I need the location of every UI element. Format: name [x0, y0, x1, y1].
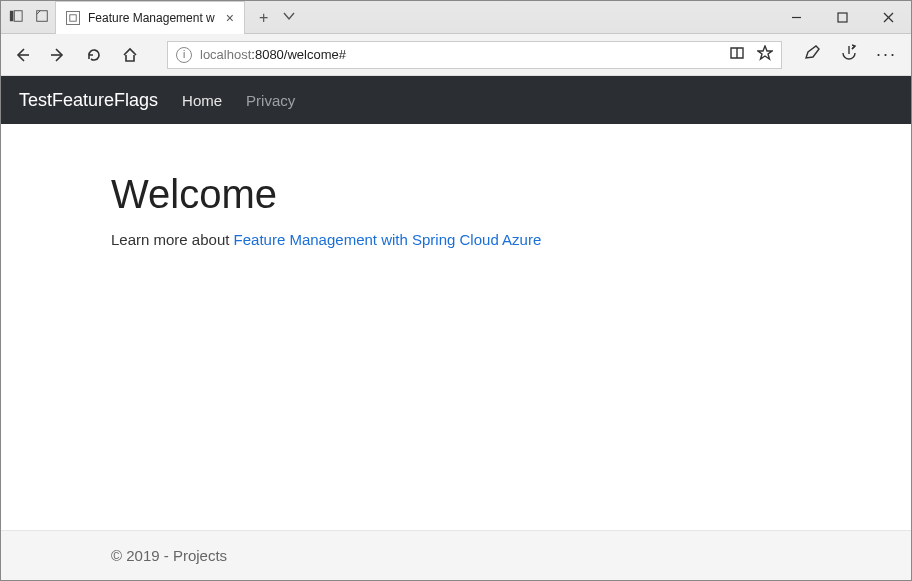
- site-navbar: TestFeatureFlags Home Privacy: [1, 76, 911, 124]
- page-content: Welcome Learn more about Feature Managem…: [1, 124, 911, 530]
- svg-rect-3: [70, 15, 76, 21]
- browser-toolbar: i localhost:8080/welcome# ···: [1, 34, 911, 76]
- address-path: :8080/welcome#: [251, 47, 346, 62]
- page-heading: Welcome: [111, 172, 801, 217]
- tab-favicon-icon: [66, 11, 80, 25]
- titlebar-left-controls: [1, 1, 49, 34]
- address-host: localhost: [200, 47, 251, 62]
- favorite-star-icon[interactable]: [757, 45, 773, 64]
- tabs-aside-icon[interactable]: [9, 9, 23, 26]
- site-brand[interactable]: TestFeatureFlags: [19, 90, 158, 111]
- new-tab-icon[interactable]: +: [259, 9, 268, 27]
- svg-rect-1: [14, 11, 22, 22]
- site-footer: © 2019 - Projects: [1, 530, 911, 580]
- tab-close-icon[interactable]: ×: [226, 10, 234, 26]
- refresh-button[interactable]: [83, 44, 105, 66]
- address-bar[interactable]: i localhost:8080/welcome#: [167, 41, 782, 69]
- home-button[interactable]: [119, 44, 141, 66]
- window-maximize-button[interactable]: [819, 1, 865, 34]
- reading-view-icon[interactable]: [729, 45, 745, 64]
- tab-actions: +: [245, 1, 296, 34]
- window-close-button[interactable]: [865, 1, 911, 34]
- nav-link-privacy[interactable]: Privacy: [246, 92, 295, 109]
- site-info-icon[interactable]: i: [176, 47, 192, 63]
- recent-activity-icon[interactable]: [35, 9, 49, 26]
- share-icon[interactable]: [840, 44, 858, 65]
- window-titlebar: Feature Management w × +: [1, 1, 911, 34]
- page-lead: Learn more about Feature Management with…: [111, 231, 801, 248]
- window-minimize-button[interactable]: [773, 1, 819, 34]
- tabs-dropdown-icon[interactable]: [282, 9, 296, 27]
- footer-text: © 2019 - Projects: [111, 547, 227, 564]
- toolbar-right: ···: [804, 44, 901, 65]
- forward-button[interactable]: [47, 44, 69, 66]
- svg-rect-5: [838, 13, 847, 22]
- svg-rect-0: [10, 11, 14, 22]
- address-text: localhost:8080/welcome#: [200, 47, 346, 62]
- nav-link-home[interactable]: Home: [182, 92, 222, 109]
- lead-link[interactable]: Feature Management with Spring Cloud Azu…: [234, 231, 542, 248]
- window-controls: [773, 1, 911, 34]
- browser-tab-active[interactable]: Feature Management w ×: [55, 1, 245, 34]
- tab-title: Feature Management w: [88, 11, 215, 25]
- lead-prefix: Learn more about: [111, 231, 234, 248]
- more-menu-icon[interactable]: ···: [876, 44, 897, 65]
- back-button[interactable]: [11, 44, 33, 66]
- notes-icon[interactable]: [804, 44, 822, 65]
